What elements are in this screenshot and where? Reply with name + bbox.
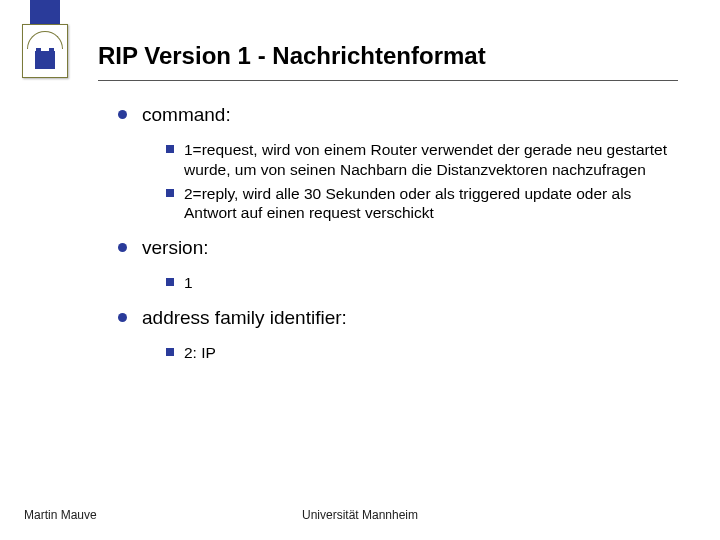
subbullet-square-icon <box>166 145 174 153</box>
subbullet-text: 1=request, wird von einem Router verwend… <box>184 141 667 178</box>
bullet-version: version: 1 <box>118 237 678 293</box>
subbullet-text: 1 <box>184 274 193 291</box>
subbullet-square-icon <box>166 189 174 197</box>
subbullet-square-icon <box>166 278 174 286</box>
bullet-label: command: <box>142 104 231 125</box>
subbullet-afi-value: 2: IP <box>166 343 678 363</box>
slide-body: command: 1=request, wird von einem Route… <box>118 104 678 377</box>
subbullet-command-request: 1=request, wird von einem Router verwend… <box>166 140 678 180</box>
university-seal-logo <box>22 24 68 78</box>
subbullet-square-icon <box>166 348 174 356</box>
bullet-dot-icon <box>118 313 127 322</box>
slide-title: RIP Version 1 - Nachrichtenformat <box>98 42 486 70</box>
bullet-command: command: 1=request, wird von einem Route… <box>118 104 678 223</box>
seal-castle-icon <box>35 51 55 69</box>
subbullet-text: 2: IP <box>184 344 216 361</box>
bullet-dot-icon <box>118 243 127 252</box>
subbullet-command-reply: 2=reply, wird alle 30 Sekunden oder als … <box>166 184 678 224</box>
footer-left: Martin Mauve <box>24 508 97 522</box>
seal-arc-icon <box>27 31 63 49</box>
bullet-label: address family identifier: <box>142 307 347 328</box>
bullet-dot-icon <box>118 110 127 119</box>
subbullet-text: 2=reply, wird alle 30 Sekunden oder als … <box>184 185 631 222</box>
footer-center: Universität Mannheim <box>0 508 720 522</box>
title-divider <box>98 80 678 81</box>
bullet-label: version: <box>142 237 209 258</box>
subbullet-version-value: 1 <box>166 273 678 293</box>
bullet-afi: address family identifier: 2: IP <box>118 307 678 363</box>
